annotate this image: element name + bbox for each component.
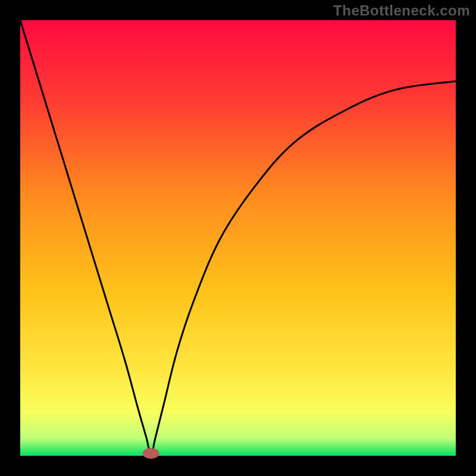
chart-frame: TheBottleneck.com [0, 0, 476, 476]
bottleneck-chart [0, 0, 476, 476]
plot-background [20, 20, 456, 456]
minimum-marker [143, 448, 159, 459]
